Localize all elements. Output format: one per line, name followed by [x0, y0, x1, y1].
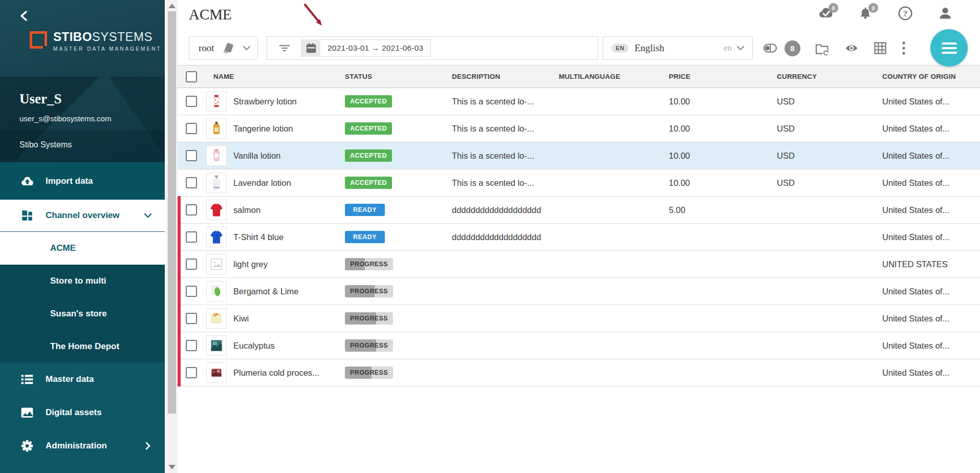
- country-cell: United States of...: [882, 232, 980, 242]
- price-cell: 10.00: [669, 97, 777, 106]
- product-thumbnail: [206, 145, 227, 166]
- currency-cell: USD: [777, 151, 882, 161]
- row-checkbox[interactable]: [186, 286, 197, 297]
- column-header-status[interactable]: STATUS: [345, 73, 452, 80]
- sidebar-item-administration[interactable]: Administration: [0, 429, 165, 462]
- sidebar-item-label: Channel overview: [46, 210, 120, 221]
- more-options-button[interactable]: [901, 40, 906, 56]
- app-window: { "sidebar": { "logo": { "brand_bold": "…: [0, 0, 980, 473]
- country-cell: United States of...: [882, 287, 980, 296]
- price-cell: 5.00: [669, 205, 777, 215]
- status-badge: PROGRESS: [345, 258, 393, 270]
- table-row[interactable]: Vanilla lotionACCEPTEDThis is a scented …: [178, 142, 980, 169]
- notifications-button[interactable]: 0: [857, 5, 874, 22]
- table-row[interactable]: Bergamot & LimePROGRESSUnited States of.…: [178, 278, 980, 305]
- sidebar-item-digital-assets[interactable]: Digital assets: [0, 396, 165, 429]
- chevron-right-icon: [143, 441, 153, 450]
- brand-light: SYSTEMS: [92, 30, 153, 44]
- help-button[interactable]: ?: [897, 5, 913, 22]
- column-header-multilanguage[interactable]: MULTILANGUAGE: [559, 73, 669, 80]
- table-row[interactable]: EucalyptusPROGRESSUnited States of...: [178, 332, 980, 359]
- language-short-code: en: [724, 43, 732, 53]
- row-checkbox[interactable]: [186, 150, 197, 161]
- table-row[interactable]: Tangerine lotionACCEPTEDThis is a scente…: [178, 115, 980, 142]
- row-checkbox[interactable]: [186, 177, 197, 188]
- chevron-down-icon: [736, 44, 745, 53]
- filter-funnel-icon[interactable]: [278, 42, 291, 54]
- product-name: Plumeria cold proces...: [233, 368, 319, 378]
- sidebar-item-label: Administration: [46, 441, 107, 451]
- scrollbar-thumb[interactable]: [168, 11, 176, 414]
- sidebar-subitem-acme[interactable]: ACME: [0, 231, 165, 265]
- dashboard-icon: [19, 208, 35, 223]
- preview-button[interactable]: [844, 41, 859, 55]
- sidebar-item-channel-overview[interactable]: Channel overview: [0, 200, 165, 231]
- row-checkbox[interactable]: [186, 340, 197, 351]
- select-all-checkbox[interactable]: [186, 71, 197, 82]
- product-name: Eucalyptus: [233, 341, 275, 351]
- table-row[interactable]: T-Shirt 4 blueREADYdddddddddddddddddddUn…: [178, 224, 980, 251]
- country-cell: United States of...: [882, 97, 980, 106]
- collapse-sidebar-button[interactable]: [15, 7, 33, 25]
- compare-count-badge: 8: [785, 40, 800, 56]
- table-row[interactable]: Plumeria cold proces...PROGRESSUnited St…: [178, 359, 980, 386]
- row-checkbox[interactable]: [186, 123, 197, 134]
- table-row[interactable]: Lavendar lotionACCEPTEDThis is a scented…: [178, 169, 980, 197]
- scroll-up-arrow[interactable]: [168, 4, 176, 8]
- row-checkbox[interactable]: [186, 204, 197, 216]
- country-cell: United States of...: [882, 205, 980, 215]
- sidebar-subitem-susans-store[interactable]: Susan's store: [0, 297, 165, 330]
- row-checkbox[interactable]: [186, 313, 197, 324]
- column-header-currency[interactable]: CURRENCY: [777, 73, 882, 80]
- column-header-price[interactable]: PRICE: [669, 73, 777, 80]
- product-thumbnail: [206, 281, 227, 302]
- row-checkbox[interactable]: [186, 231, 197, 243]
- product-name: salmon: [233, 205, 260, 215]
- folder-sync-button[interactable]: [814, 40, 830, 56]
- price-cell: 10.00: [669, 124, 777, 134]
- svg-text:?: ?: [903, 9, 908, 18]
- description-cell: ddddddddddddddddddd: [452, 205, 559, 215]
- status-badge: PROGRESS: [345, 367, 393, 379]
- description-cell: This is a scented lo-...: [452, 178, 559, 188]
- language-name: English: [635, 42, 664, 54]
- table-row[interactable]: KiwiPROGRESSUnited States of...: [178, 305, 980, 332]
- row-checkbox[interactable]: [186, 96, 197, 107]
- status-badge: READY: [345, 231, 385, 243]
- status-badge: ACCEPTED: [345, 149, 392, 162]
- language-selector[interactable]: EN English en: [603, 36, 753, 60]
- hierarchy-context-selector[interactable]: root: [189, 36, 258, 60]
- table-row[interactable]: salmonREADYddddddddddddddddddd5.00United…: [178, 197, 980, 224]
- table-row[interactable]: Strawberry lotionACCEPTEDThis is a scent…: [178, 88, 980, 115]
- user-profile-button[interactable]: [937, 5, 953, 22]
- column-header-country[interactable]: COUNTRY OF ORIGIN: [882, 73, 980, 80]
- scroll-down-arrow[interactable]: [168, 465, 176, 469]
- country-cell: UNITED STATES: [882, 260, 980, 269]
- sidebar-subitem-the-home-depot[interactable]: The Home Depot: [0, 330, 165, 362]
- description-cell: ddddddddddddddddddd: [452, 232, 559, 242]
- description-cell: This is a scented lo-...: [452, 97, 559, 106]
- sidebar-subitem-store-to-multi[interactable]: Store to multi: [0, 265, 165, 297]
- filter-bar: 2021-03-01 → 2021-06-03: [267, 36, 598, 60]
- column-header-description[interactable]: DESCRIPTION: [452, 73, 559, 80]
- menu-fab-button[interactable]: [930, 29, 968, 67]
- table-view-button[interactable]: [873, 41, 887, 55]
- column-header-name[interactable]: NAME: [206, 73, 345, 80]
- sidebar-item-import-data[interactable]: Import data: [0, 162, 165, 200]
- product-name: Strawberry lotion: [233, 97, 297, 106]
- date-range-filter[interactable]: 2021-03-01 → 2021-06-03: [301, 39, 431, 57]
- product-thumbnail: [206, 91, 227, 112]
- table-row[interactable]: light greyPROGRESSUNITED STATES: [178, 251, 980, 278]
- row-checkbox[interactable]: [186, 367, 197, 378]
- sidebar-item-master-data[interactable]: Master data: [0, 362, 165, 396]
- annotation-arrow: [280, 1, 341, 37]
- status-badge: ACCEPTED: [345, 95, 392, 107]
- product-name: Lavendar lotion: [233, 178, 291, 188]
- product-name: Kiwi: [233, 314, 249, 324]
- tasks-button[interactable]: 0: [817, 5, 834, 22]
- product-thumbnail: [206, 118, 227, 139]
- status-badge: PROGRESS: [345, 312, 393, 325]
- row-checkbox[interactable]: [186, 259, 197, 270]
- product-thumbnail: [206, 254, 227, 274]
- compare-toggle-button[interactable]: [763, 41, 778, 55]
